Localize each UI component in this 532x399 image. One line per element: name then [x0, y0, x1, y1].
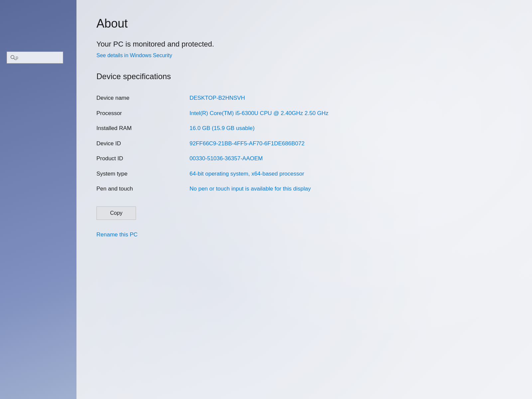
- search-icon: [10, 55, 16, 60]
- spec-label: Product ID: [96, 151, 163, 166]
- spec-label: Pen and touch: [96, 181, 163, 197]
- spec-label: Device ID: [96, 136, 163, 151]
- table-row: ProcessorIntel(R) Core(TM) i5-6300U CPU …: [96, 106, 512, 121]
- main-content: About Your PC is monitored and protected…: [76, 0, 532, 399]
- spec-value: DESKTOP-B2HNSVH: [163, 90, 512, 106]
- spec-value: 16.0 GB (15.9 GB usable): [163, 121, 512, 136]
- table-row: System type64-bit operating system, x64-…: [96, 166, 512, 182]
- spec-value: 92FF66C9-21BB-4FF5-AF70-6F1DE686B072: [163, 136, 512, 151]
- table-row: Pen and touchNo pen or touch input is av…: [96, 181, 512, 197]
- copy-button[interactable]: Copy: [96, 206, 136, 220]
- device-specs-title: Device specifications: [96, 72, 512, 81]
- spec-label: Installed RAM: [96, 121, 163, 136]
- spec-label: Processor: [96, 106, 163, 121]
- sidebar-search-box[interactable]: [7, 52, 63, 64]
- windows-security-link[interactable]: See details in Windows Security: [96, 53, 172, 59]
- rename-pc-link[interactable]: Rename this PC: [96, 231, 138, 238]
- table-row: Installed RAM16.0 GB (15.9 GB usable): [96, 121, 512, 136]
- sidebar-search-input[interactable]: [16, 55, 60, 60]
- sidebar: [0, 0, 76, 399]
- spec-value: 64-bit operating system, x64-based proce…: [163, 166, 512, 182]
- security-status-text: Your PC is monitored and protected.: [96, 40, 512, 49]
- page-title: About: [96, 17, 512, 31]
- spec-value: 00330-51036-36357-AAOEM: [163, 151, 512, 166]
- table-row: Device nameDESKTOP-B2HNSVH: [96, 90, 512, 106]
- spec-value: Intel(R) Core(TM) i5-6300U CPU @ 2.40GHz…: [163, 106, 512, 121]
- spec-value: No pen or touch input is available for t…: [163, 181, 512, 197]
- table-row: Device ID92FF66C9-21BB-4FF5-AF70-6F1DE68…: [96, 136, 512, 151]
- table-row: Product ID00330-51036-36357-AAOEM: [96, 151, 512, 166]
- spec-label: System type: [96, 166, 163, 182]
- device-specs-table: Device nameDESKTOP-B2HNSVHProcessorIntel…: [96, 90, 512, 197]
- spec-label: Device name: [96, 90, 163, 106]
- svg-line-1: [14, 59, 16, 60]
